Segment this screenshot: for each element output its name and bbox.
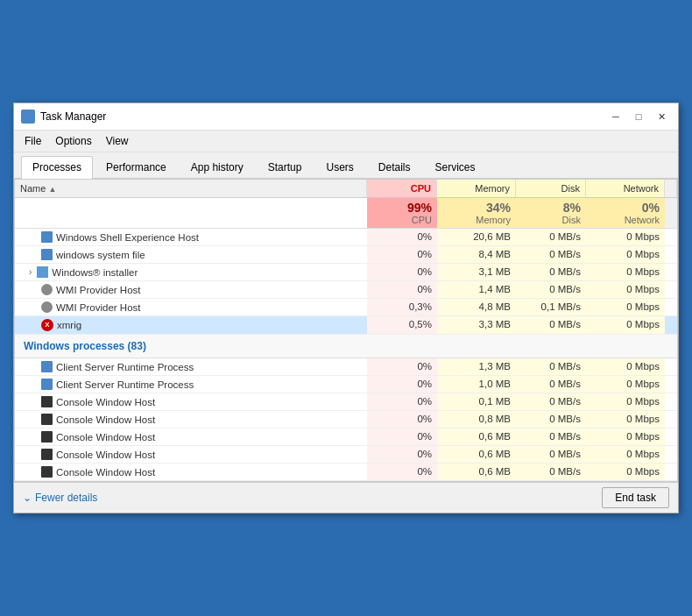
process-cpu: 0% — [367, 281, 437, 298]
process-network: 0 Mbps — [586, 246, 665, 263]
process-disk: 0 MB/s — [516, 376, 586, 393]
col-memory[interactable]: Memory — [437, 180, 516, 197]
table-row[interactable]: Windows Shell Experience Host0%20,6 MB0 … — [15, 229, 677, 246]
console-icon — [41, 449, 53, 460]
table-row[interactable]: Console Window Host0%0,1 MB0 MB/s0 Mbps — [15, 393, 677, 411]
gear-icon — [41, 284, 53, 295]
tab-details[interactable]: Details — [367, 156, 422, 178]
tab-bar: Processes Performance App history Startu… — [14, 152, 678, 179]
col-scroll — [665, 180, 677, 197]
blue-square-icon — [41, 361, 53, 372]
minimize-button[interactable]: ─ — [606, 109, 625, 124]
table-row[interactable]: WMI Provider Host0,3%4,8 MB0,1 MB/s0 Mbp… — [15, 299, 677, 316]
process-name: WMI Provider Host — [56, 285, 141, 295]
process-memory: 1,4 MB — [437, 281, 516, 298]
process-cpu: 0% — [367, 246, 437, 263]
process-network: 0 Mbps — [586, 264, 665, 280]
col-network[interactable]: Network — [586, 180, 665, 197]
console-icon — [41, 431, 53, 443]
footer: ⌄ Fewer details End task — [14, 482, 678, 513]
process-network: 0 Mbps — [586, 393, 665, 410]
process-name-cell: WMI Provider Host — [15, 281, 367, 298]
process-cpu: 0% — [367, 393, 437, 410]
table-row[interactable]: Console Window Host0%0,6 MB0 MB/s0 Mbps — [15, 428, 677, 446]
table-row[interactable]: windows system file0%8,4 MB0 MB/s0 Mbps — [15, 246, 677, 264]
sort-arrow: ▲ — [48, 185, 56, 194]
chevron-down-icon: ⌄ — [23, 492, 32, 504]
process-name: Console Window Host — [56, 414, 155, 425]
process-name: WMI Provider Host — [56, 302, 141, 313]
end-task-button[interactable]: End task — [602, 487, 669, 508]
col-name[interactable]: Name ▲ — [15, 180, 367, 197]
process-name: Console Window Host — [56, 432, 155, 443]
blue-square-icon — [41, 379, 53, 390]
menu-view[interactable]: View — [99, 132, 136, 150]
process-name: Windows Shell Experience Host — [56, 232, 199, 243]
col-cpu[interactable]: CPU — [367, 180, 437, 197]
pct-name — [15, 198, 367, 228]
table-row[interactable]: Client Server Runtime Process0%1,3 MB0 M… — [15, 358, 677, 376]
tab-app-history[interactable]: App history — [180, 156, 255, 178]
process-memory: 3,3 MB — [437, 316, 516, 334]
process-name-cell: Xxmrig — [15, 316, 367, 334]
installer-icon — [37, 266, 48, 278]
process-network: 0 Mbps — [586, 281, 665, 298]
process-network: 0 Mbps — [586, 464, 665, 480]
table-row[interactable]: WMI Provider Host0%1,4 MB0 MB/s0 Mbps — [15, 281, 677, 299]
menu-options[interactable]: Options — [48, 132, 98, 150]
process-memory: 1,3 MB — [437, 358, 516, 375]
expand-icon[interactable]: › — [29, 267, 32, 277]
tab-users[interactable]: Users — [314, 156, 364, 178]
table-row[interactable]: Xxmrig0,5%3,3 MB0 MB/s0 Mbps — [15, 316, 677, 335]
process-memory: 0,8 MB — [437, 411, 516, 428]
process-memory: 0,6 MB — [437, 446, 516, 463]
table-row[interactable]: ›Windows® installer0%3,1 MB0 MB/s0 Mbps — [15, 264, 677, 281]
table-row[interactable]: Client Server Runtime Process0%1,0 MB0 M… — [15, 376, 677, 393]
process-disk: 0 MB/s — [516, 316, 586, 334]
column-headers: Name ▲ CPU Memory Disk Network — [15, 180, 677, 198]
tab-performance[interactable]: Performance — [95, 156, 178, 178]
process-name-cell: Console Window Host — [15, 446, 367, 463]
process-name-cell: Windows Shell Experience Host — [15, 229, 367, 245]
process-name-cell: Console Window Host — [15, 411, 367, 428]
table-row[interactable]: Console Window Host0%0,6 MB0 MB/s0 Mbps — [15, 446, 677, 464]
pct-disk: 8% Disk — [516, 198, 586, 228]
process-network: 0 Mbps — [586, 446, 665, 463]
process-disk: 0,1 MB/s — [516, 299, 586, 315]
tab-startup[interactable]: Startup — [257, 156, 314, 178]
tab-services[interactable]: Services — [424, 156, 487, 178]
fewer-details-button[interactable]: ⌄ Fewer details — [23, 492, 97, 504]
process-cpu: 0% — [367, 411, 437, 428]
process-name-cell: Client Server Runtime Process — [15, 358, 367, 375]
process-name: Client Server Runtime Process — [56, 362, 194, 372]
table-row[interactable]: Console Window Host0%0,6 MB0 MB/s0 Mbps — [15, 464, 677, 481]
process-network: 0 Mbps — [586, 299, 665, 315]
process-memory: 3,1 MB — [437, 264, 516, 280]
process-name: Client Server Runtime Process — [56, 379, 194, 390]
close-button[interactable]: ✕ — [652, 109, 671, 124]
process-disk: 0 MB/s — [516, 229, 586, 245]
pct-cpu: 99% CPU — [367, 198, 437, 228]
table-row[interactable]: Console Window Host0%0,8 MB0 MB/s0 Mbps — [15, 411, 677, 428]
process-name-cell: Console Window Host — [15, 393, 367, 410]
process-name-cell: ›Windows® installer — [15, 264, 367, 280]
blue-square-icon — [41, 231, 53, 243]
process-cpu: 0% — [367, 446, 437, 463]
process-disk: 0 MB/s — [516, 281, 586, 298]
process-network: 0 Mbps — [586, 411, 665, 428]
process-cpu: 0,3% — [367, 299, 437, 315]
tab-processes[interactable]: Processes — [21, 156, 93, 179]
process-disk: 0 MB/s — [516, 393, 586, 410]
process-memory: 20,6 MB — [437, 229, 516, 245]
maximize-button[interactable]: □ — [629, 109, 648, 124]
process-memory: 0,1 MB — [437, 393, 516, 410]
col-disk[interactable]: Disk — [516, 180, 586, 197]
scrollbar-top — [665, 198, 677, 228]
process-disk: 0 MB/s — [516, 264, 586, 280]
pct-network: 0% Network — [586, 198, 665, 228]
process-name: windows system file — [56, 250, 145, 260]
menu-file[interactable]: File — [18, 132, 48, 150]
process-table: Windows Shell Experience Host0%20,6 MB0 … — [15, 229, 677, 481]
console-icon — [41, 414, 53, 425]
process-cpu: 0% — [367, 464, 437, 480]
